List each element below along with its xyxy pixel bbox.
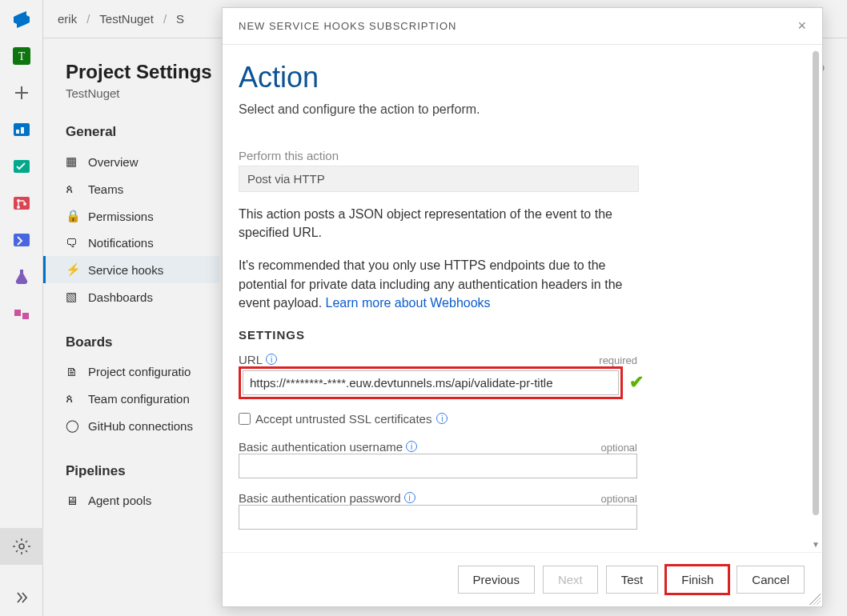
close-icon[interactable]: × (797, 18, 806, 34)
modal-subheading: Select and configure the action to perfo… (239, 102, 803, 117)
scrollbar[interactable]: ▲ ▼ (809, 51, 821, 546)
info-icon[interactable]: i (406, 441, 417, 452)
highlight-box (239, 366, 623, 399)
previous-button[interactable]: Previous (458, 566, 535, 594)
test-button[interactable]: Test (606, 566, 659, 594)
optional-tag: optional (600, 442, 637, 454)
scroll-thumb[interactable] (813, 51, 819, 515)
url-input[interactable] (243, 370, 619, 395)
info-icon[interactable]: i (436, 413, 448, 424)
cancel-button[interactable]: Cancel (737, 566, 805, 594)
url-label: URL (239, 353, 263, 366)
scroll-down-icon[interactable]: ▼ (812, 540, 820, 549)
basic-pass-label: Basic authentication password (239, 491, 401, 505)
learn-more-link[interactable]: Learn more about Webhooks (326, 296, 491, 310)
settings-heading: SETTINGS (239, 328, 803, 342)
perform-action-select[interactable]: Post via HTTP (239, 166, 639, 192)
service-hook-modal: NEW SERVICE HOOKS SUBSCRIPTION × Action … (222, 7, 823, 607)
resize-grip-icon[interactable] (809, 594, 821, 605)
next-button: Next (543, 566, 598, 594)
info-icon[interactable]: i (266, 354, 277, 365)
info-icon[interactable]: i (404, 492, 415, 503)
basic-user-input[interactable] (239, 454, 637, 478)
required-tag: required (599, 354, 637, 366)
action-description-2: It's recommended that you only use HTTPS… (239, 256, 647, 312)
optional-tag: optional (600, 493, 637, 505)
perform-action-label: Perform this action (239, 149, 803, 162)
accept-ssl-label: Accept untrusted SSL certificates (255, 412, 432, 426)
basic-user-label: Basic authentication username (239, 440, 403, 454)
modal-heading: Action (239, 61, 803, 94)
basic-pass-input[interactable] (239, 505, 637, 530)
finish-button[interactable]: Finish (666, 566, 729, 594)
action-description-1: This action posts a JSON object represen… (239, 205, 647, 242)
modal-title: NEW SERVICE HOOKS SUBSCRIPTION (239, 20, 456, 32)
valid-check-icon: ✔ (629, 372, 644, 393)
accept-ssl-checkbox[interactable] (239, 413, 251, 425)
